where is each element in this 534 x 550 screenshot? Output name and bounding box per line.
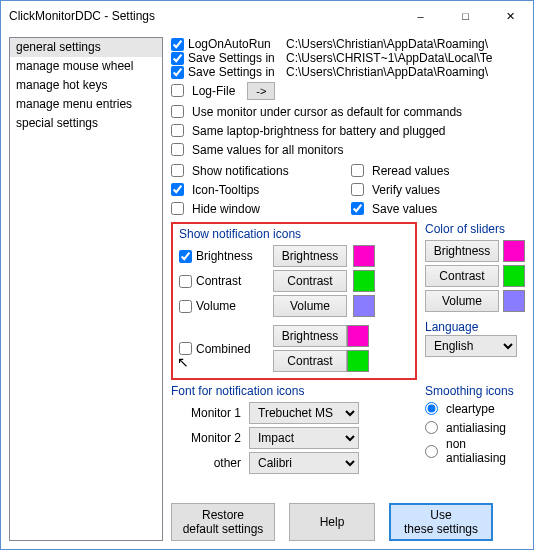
combined-contrast-swatch[interactable] [347,350,369,372]
notif-icons-group: Show notification icons BrightnessBright… [171,222,417,380]
notif-btn-brightness[interactable]: Brightness [273,245,347,267]
combined-check[interactable]: Combined [179,342,267,356]
font-group-title: Font for notification icons [171,384,417,399]
sidebar-item-special-settings[interactable]: special settings [10,114,162,133]
help-button[interactable]: Help [289,503,375,541]
slider-btn-contrast[interactable]: Contrast [425,265,499,287]
combined-brightness-btn[interactable]: Brightness [273,325,347,347]
single-check-1[interactable]: Same laptop-brightness for battery and p… [171,124,446,138]
slider-btn-volume[interactable]: Volume [425,290,499,312]
top-check-2[interactable]: Save Settings in [171,65,286,79]
smoothing-title: Smoothing icons [425,384,525,399]
restore-button[interactable]: Restore default settings [171,503,275,541]
leftopt-0[interactable]: Show notifications [171,164,289,178]
slider-color-title: Color of sliders [425,222,525,237]
sidebar: general settingsmanage mouse wheelmanage… [9,37,163,541]
single-check-2[interactable]: Same values for all monitors [171,143,343,157]
slider-swatch-green[interactable] [503,265,525,287]
font-select-1[interactable]: Impact [249,427,359,449]
sidebar-item-manage-mouse-wheel[interactable]: manage mouse wheel [10,57,162,76]
font-label-2: other [171,456,241,470]
title-bar: ClickMonitorDDC - Settings – □ ✕ [1,1,533,31]
top-path-2: C:\Users\Christian\AppData\Roaming\ [286,65,525,79]
font-label-1: Monitor 2 [171,431,241,445]
combined-contrast-btn[interactable]: Contrast [273,350,347,372]
logfile-label: Log-File [192,84,235,98]
notif-swatch-purple[interactable] [353,295,375,317]
smooth-opt-2[interactable]: non antialiasing [425,437,525,465]
use-settings-button[interactable]: Use these settings [389,503,493,541]
notif-btn-volume[interactable]: Volume [273,295,347,317]
top-check-1[interactable]: Save Settings in [171,51,286,65]
footer: Restore default settings Help Use these … [171,493,525,541]
smooth-opt-0[interactable]: cleartype [425,402,495,416]
sidebar-item-general-settings[interactable]: general settings [10,38,162,57]
rightopt-2[interactable]: Save values [351,202,437,216]
top-path-0: C:\Users\Christian\AppData\Roaming\ [286,37,525,51]
slider-swatch-purple[interactable] [503,290,525,312]
maximize-button[interactable]: □ [443,1,488,31]
notif-check-volume[interactable]: Volume [179,299,267,313]
single-check-0[interactable]: Use monitor under cursor as default for … [171,105,462,119]
notif-check-contrast[interactable]: Contrast [179,274,267,288]
combined-brightness-swatch[interactable] [347,325,369,347]
font-select-0[interactable]: Trebuchet MS [249,402,359,424]
leftopt-1[interactable]: Icon-Tooltips [171,183,259,197]
language-select[interactable]: English [425,335,517,357]
notif-group-title: Show notification icons [179,227,409,242]
notif-swatch-magenta[interactable] [353,245,375,267]
notif-check-brightness[interactable]: Brightness [179,249,267,263]
close-button[interactable]: ✕ [488,1,533,31]
slider-color-group: Color of sliders BrightnessContrastVolum… [425,222,525,312]
font-select-2[interactable]: Calibri [249,452,359,474]
window-title: ClickMonitorDDC - Settings [9,9,155,23]
main-panel: LogOnAutoRunC:\Users\Christian\AppData\R… [171,37,525,541]
slider-btn-brightness[interactable]: Brightness [425,240,499,262]
smooth-opt-1[interactable]: antialiasing [425,421,506,435]
logfile-check[interactable]: Log-File [171,84,235,98]
rightopt-0[interactable]: Reread values [351,164,449,178]
sidebar-item-manage-menu-entries[interactable]: manage menu entries [10,95,162,114]
language-title: Language [425,320,525,335]
leftopt-2[interactable]: Hide window [171,202,260,216]
font-label-0: Monitor 1 [171,406,241,420]
top-path-1: C:\Users\CHRIST~1\AppData\Local\Te [286,51,525,65]
sidebar-item-manage-hot-keys[interactable]: manage hot keys [10,76,162,95]
combined-label: Combined [196,342,251,356]
rightopt-1[interactable]: Verify values [351,183,440,197]
minimize-button[interactable]: – [398,1,443,31]
slider-swatch-magenta[interactable] [503,240,525,262]
notif-swatch-green[interactable] [353,270,375,292]
logfile-arrow-button[interactable]: -> [247,82,275,100]
top-check-0[interactable]: LogOnAutoRun [171,37,286,51]
notif-btn-contrast[interactable]: Contrast [273,270,347,292]
